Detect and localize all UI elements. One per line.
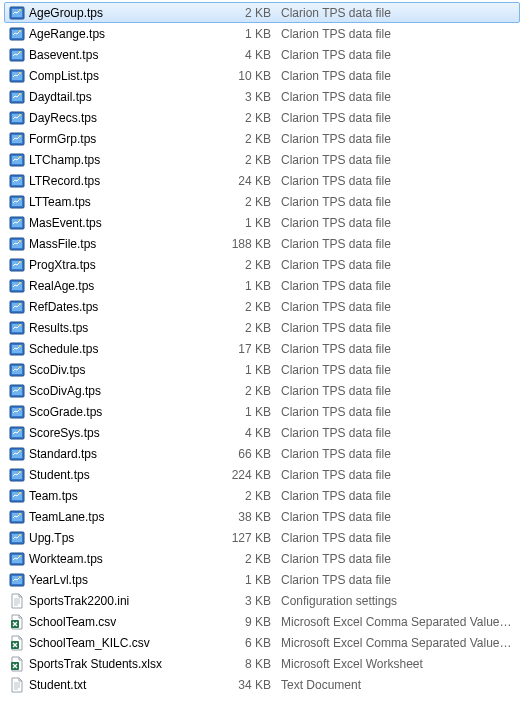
file-size: 1 KB <box>225 27 281 41</box>
file-row[interactable]: Daydtail.tps3 KBClarion TPS data file <box>4 86 520 107</box>
tps-file-icon <box>7 341 27 357</box>
file-row[interactable]: Basevent.tps4 KBClarion TPS data file <box>4 44 520 65</box>
file-size: 2 KB <box>225 195 281 209</box>
file-name: SportsTrak2200.ini <box>27 594 225 608</box>
file-row[interactable]: ScoGrade.tps1 KBClarion TPS data file <box>4 401 520 422</box>
file-type: Clarion TPS data file <box>281 216 517 230</box>
svg-point-50 <box>19 345 21 347</box>
file-type: Clarion TPS data file <box>281 237 517 251</box>
svg-point-29 <box>19 198 21 200</box>
file-row[interactable]: DayRecs.tps2 KBClarion TPS data file <box>4 107 520 128</box>
svg-point-56 <box>19 387 21 389</box>
file-name: Student.txt <box>27 678 225 692</box>
tps-file-icon <box>7 194 27 210</box>
svg-point-35 <box>19 240 21 242</box>
svg-point-74 <box>19 513 21 515</box>
file-row[interactable]: ProgXtra.tps2 KBClarion TPS data file <box>4 254 520 275</box>
file-row[interactable]: SchoolTeam.csv9 KBMicrosoft Excel Comma … <box>4 611 520 632</box>
file-type: Clarion TPS data file <box>281 27 517 41</box>
csv-file-icon <box>7 614 27 630</box>
file-row[interactable]: ScoDivAg.tps2 KBClarion TPS data file <box>4 380 520 401</box>
svg-point-8 <box>19 51 21 53</box>
file-row[interactable]: Results.tps2 KBClarion TPS data file <box>4 317 520 338</box>
file-type: Clarion TPS data file <box>281 174 517 188</box>
file-row[interactable]: Student.tps224 KBClarion TPS data file <box>4 464 520 485</box>
svg-point-32 <box>19 219 21 221</box>
file-row[interactable]: SportsTrak2200.ini3 KBConfiguration sett… <box>4 590 520 611</box>
file-name: DayRecs.tps <box>27 111 225 125</box>
file-size: 2 KB <box>225 6 281 20</box>
tps-file-icon <box>7 467 27 483</box>
csv-file-icon <box>7 635 27 651</box>
svg-point-71 <box>19 492 21 494</box>
file-row[interactable]: AgeRange.tps1 KBClarion TPS data file <box>4 23 520 44</box>
file-list[interactable]: AgeGroup.tps2 KBClarion TPS data fileAge… <box>4 2 520 695</box>
tps-file-icon <box>7 320 27 336</box>
tps-file-icon <box>7 446 27 462</box>
svg-point-26 <box>19 177 21 179</box>
tps-file-icon <box>7 383 27 399</box>
tps-file-icon <box>7 530 27 546</box>
file-row[interactable]: FormGrp.tps2 KBClarion TPS data file <box>4 128 520 149</box>
file-name: CompList.tps <box>27 69 225 83</box>
file-row[interactable]: SportsTrak Students.xlsx8 KBMicrosoft Ex… <box>4 653 520 674</box>
file-row[interactable]: MasEvent.tps1 KBClarion TPS data file <box>4 212 520 233</box>
file-name: SportsTrak Students.xlsx <box>27 657 225 671</box>
file-size: 9 KB <box>225 615 281 629</box>
file-row[interactable]: YearLvl.tps1 KBClarion TPS data file <box>4 569 520 590</box>
file-row[interactable]: Standard.tps66 KBClarion TPS data file <box>4 443 520 464</box>
file-name: SchoolTeam.csv <box>27 615 225 629</box>
file-type: Clarion TPS data file <box>281 573 517 587</box>
svg-point-41 <box>19 282 21 284</box>
file-type: Clarion TPS data file <box>281 132 517 146</box>
file-row[interactable]: LTTeam.tps2 KBClarion TPS data file <box>4 191 520 212</box>
file-type: Microsoft Excel Comma Separated Values .… <box>281 615 517 629</box>
file-name: Upg.Tps <box>27 531 225 545</box>
file-row[interactable]: AgeGroup.tps2 KBClarion TPS data file <box>4 2 520 23</box>
file-row[interactable]: Schedule.tps17 KBClarion TPS data file <box>4 338 520 359</box>
file-type: Microsoft Excel Comma Separated Values .… <box>281 636 517 650</box>
tps-file-icon <box>7 362 27 378</box>
file-type: Text Document <box>281 678 517 692</box>
file-row[interactable]: Team.tps2 KBClarion TPS data file <box>4 485 520 506</box>
file-row[interactable]: LTChamp.tps2 KBClarion TPS data file <box>4 149 520 170</box>
svg-point-62 <box>19 429 21 431</box>
file-row[interactable]: SchoolTeam_KILC.csv6 KBMicrosoft Excel C… <box>4 632 520 653</box>
tps-file-icon <box>7 551 27 567</box>
file-name: ScoreSys.tps <box>27 426 225 440</box>
file-row[interactable]: Upg.Tps127 KBClarion TPS data file <box>4 527 520 548</box>
file-type: Clarion TPS data file <box>281 426 517 440</box>
tps-file-icon <box>7 131 27 147</box>
file-row[interactable]: LTRecord.tps24 KBClarion TPS data file <box>4 170 520 191</box>
svg-point-77 <box>19 534 21 536</box>
tps-file-icon <box>7 572 27 588</box>
file-type: Clarion TPS data file <box>281 363 517 377</box>
file-row[interactable]: ScoreSys.tps4 KBClarion TPS data file <box>4 422 520 443</box>
file-name: ScoDiv.tps <box>27 363 225 377</box>
svg-point-53 <box>19 366 21 368</box>
file-type: Clarion TPS data file <box>281 90 517 104</box>
file-size: 4 KB <box>225 48 281 62</box>
tps-file-icon <box>7 425 27 441</box>
file-row[interactable]: TeamLane.tps38 KBClarion TPS data file <box>4 506 520 527</box>
file-row[interactable]: Student.txt34 KBText Document <box>4 674 520 695</box>
file-row[interactable]: RealAge.tps1 KBClarion TPS data file <box>4 275 520 296</box>
file-type: Microsoft Excel Worksheet <box>281 657 517 671</box>
file-name: RealAge.tps <box>27 279 225 293</box>
file-row[interactable]: ScoDiv.tps1 KBClarion TPS data file <box>4 359 520 380</box>
file-name: LTChamp.tps <box>27 153 225 167</box>
tps-file-icon <box>7 236 27 252</box>
file-size: 1 KB <box>225 216 281 230</box>
file-type: Clarion TPS data file <box>281 6 517 20</box>
file-type: Clarion TPS data file <box>281 153 517 167</box>
file-name: FormGrp.tps <box>27 132 225 146</box>
file-row[interactable]: Workteam.tps2 KBClarion TPS data file <box>4 548 520 569</box>
file-row[interactable]: CompList.tps10 KBClarion TPS data file <box>4 65 520 86</box>
file-type: Clarion TPS data file <box>281 531 517 545</box>
svg-point-83 <box>19 576 21 578</box>
file-type: Clarion TPS data file <box>281 384 517 398</box>
file-row[interactable]: MassFile.tps188 KBClarion TPS data file <box>4 233 520 254</box>
file-name: TeamLane.tps <box>27 510 225 524</box>
file-row[interactable]: RefDates.tps2 KBClarion TPS data file <box>4 296 520 317</box>
file-type: Clarion TPS data file <box>281 552 517 566</box>
